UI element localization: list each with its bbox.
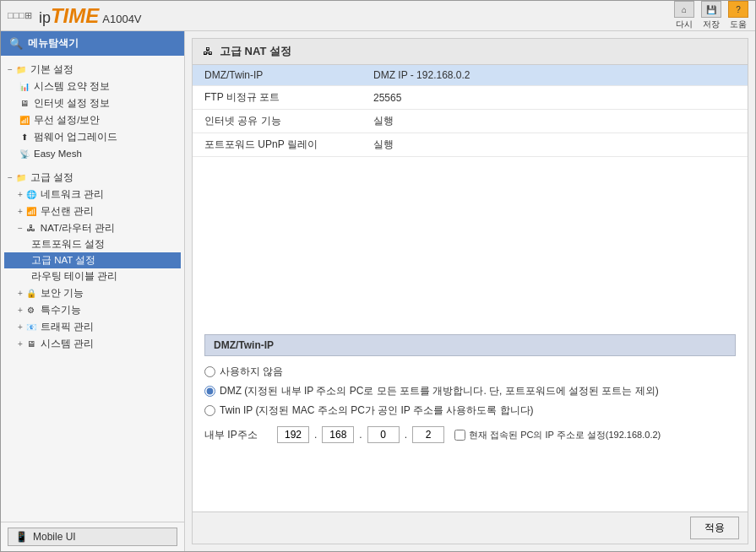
tree-label: 보안 기능 — [41, 287, 84, 300]
current-ip-label[interactable]: 현재 접속된 PC의 IP 주소로 설정(192.168.0.2) — [454, 429, 661, 441]
sidebar-item-basic-settings[interactable]: − 📁 기본 설정 — [4, 61, 181, 78]
app-logo: ipTIME A1004V — [39, 4, 142, 28]
content-area: 🖧 고급 NAT 설정 DMZ/Twin-IP DMZ IP - 192.168… — [185, 31, 755, 551]
panel-icon: 🖧 — [201, 45, 215, 58]
table-cell-label: FTP 비정규 포트 — [193, 86, 362, 110]
radio-twin-ip-input[interactable] — [204, 405, 215, 416]
sidebar-item-internet-settings[interactable]: 🖥 인터넷 설정 정보 — [4, 95, 181, 111]
sidebar-item-special[interactable]: + ⚙ 특수기능 — [4, 301, 181, 318]
sidebar-item-wireless-mgmt[interactable]: + 📶 무선랜 관리 — [4, 203, 181, 219]
folder-icon: 📁 — [14, 62, 28, 76]
table-cell-label: DMZ/Twin-IP — [193, 65, 362, 86]
network-icon: 🌐 — [24, 187, 38, 201]
nat-icon: 🖧 — [24, 221, 38, 235]
table-cell-label: 인터넷 공유 기능 — [193, 110, 362, 133]
expand-icon: + — [18, 207, 23, 216]
sidebar-item-advanced-nat[interactable]: 고급 NAT 설정 — [4, 252, 181, 268]
radio-label: DMZ (지정된 내부 IP 주소의 PC로 모든 포트를 개방합니다. 단, … — [220, 384, 659, 398]
help-icon: ? — [728, 1, 748, 18]
table-row: DMZ/Twin-IP DMZ IP - 192.168.0.2 — [193, 65, 748, 86]
sidebar-item-traffic-mgmt[interactable]: + 📧 트래픽 관리 — [4, 318, 181, 335]
table-row: 인터넷 공유 기능 실행 — [193, 110, 748, 133]
table-cell-value: 실행 — [362, 133, 748, 157]
ip-octet-1[interactable] — [277, 426, 309, 443]
expand-icon: − — [8, 65, 13, 74]
wifi-icon: 📶 — [18, 113, 31, 127]
radio-twin-ip[interactable]: Twin IP (지정된 MAC 주소의 PC가 공인 IP 주소를 사용하도록… — [204, 403, 736, 418]
radio-label: 사용하지 않음 — [220, 365, 283, 379]
sidebar-item-wireless-security[interactable]: 📶 무선 설정/보안 — [4, 111, 181, 128]
panel-title: 고급 NAT 설정 — [220, 44, 291, 59]
tree-label: 고급 NAT 설정 — [31, 254, 95, 267]
chart-icon: 📊 — [18, 79, 31, 93]
tree-label: 펌웨어 업그레이드 — [34, 131, 117, 143]
sidebar-item-security[interactable]: + 🔒 보안 기능 — [4, 284, 181, 301]
expand-icon: − — [18, 224, 23, 233]
ip-octet-3[interactable] — [367, 426, 400, 443]
tree-label: 기본 설정 — [30, 63, 73, 76]
expand-icon: + — [18, 322, 23, 332]
apply-button[interactable]: 적용 — [690, 517, 739, 539]
sidebar-item-advanced-settings[interactable]: − 📁 고급 설정 — [4, 169, 181, 186]
table-cell-label: 포트포워드 UPnP 릴레이 — [193, 133, 362, 157]
tree-label: 트래픽 관리 — [41, 321, 94, 333]
sidebar-header: 🔍 메뉴탐색기 — [1, 31, 184, 56]
help-button[interactable]: ? 도움 — [728, 1, 748, 30]
bottom-bar: 적용 — [193, 511, 748, 544]
tree-label: NAT/라우터 관리 — [41, 222, 116, 235]
current-ip-text: 현재 접속된 PC의 IP 주소로 설정(192.168.0.2) — [469, 429, 661, 441]
monitor-icon: 🖥 — [18, 96, 31, 110]
upgrade-icon: ⬆ — [18, 130, 31, 143]
table-cell-value: DMZ IP - 192.168.0.2 — [362, 65, 748, 86]
tree-label: 특수기능 — [41, 304, 81, 317]
radio-no-use-input[interactable] — [204, 366, 215, 377]
ip-row: 내부 IP주소 . . . 현재 접속된 PC의 IP 주소로 설정(192.1… — [204, 426, 736, 443]
radio-dmz-input[interactable] — [204, 386, 215, 397]
sidebar-item-firmware[interactable]: ⬆ 펌웨어 업그레이드 — [4, 128, 181, 145]
tree-label: 인터넷 설정 정보 — [34, 97, 110, 110]
sidebar-item-routing-table[interactable]: 라우팅 테이블 관리 — [4, 268, 181, 284]
expand-icon: + — [18, 190, 23, 199]
table-cell-value: 25565 — [362, 86, 748, 110]
main-layout: 🔍 메뉴탐색기 − 📁 기본 설정 📊 시스템 요약 정보 🖥 인터넷 설정 정… — [1, 31, 755, 551]
ip-octet-2[interactable] — [322, 426, 354, 443]
logo-time: TIME — [51, 4, 99, 28]
table-row: FTP 비정규 포트 25565 — [193, 86, 748, 110]
radio-dmz[interactable]: DMZ (지정된 내부 IP 주소의 PC로 모든 포트를 개방합니다. 단, … — [204, 384, 736, 398]
traffic-icon: 📧 — [24, 320, 38, 333]
sidebar-item-portforward[interactable]: 포트포워드 설정 — [4, 236, 181, 252]
sidebar-item-network-mgmt[interactable]: + 🌐 네트워크 관리 — [4, 186, 181, 203]
ip-octet-4[interactable] — [412, 426, 444, 443]
table-cell-value: 실행 — [362, 110, 748, 133]
radio-no-use[interactable]: 사용하지 않음 — [204, 365, 736, 379]
tree-label: 시스템 요약 정보 — [34, 80, 110, 93]
logo-ip: ip — [39, 9, 51, 27]
content-panel: 🖧 고급 NAT 설정 DMZ/Twin-IP DMZ IP - 192.168… — [192, 38, 748, 544]
sidebar-item-system-summary[interactable]: 📊 시스템 요약 정보 — [4, 78, 181, 95]
tree-label: 고급 설정 — [30, 171, 73, 184]
sidebar-item-system-mgmt[interactable]: + 🖥 시스템 관리 — [4, 335, 181, 352]
settings-table: DMZ/Twin-IP DMZ IP - 192.168.0.2 FTP 비정규… — [193, 65, 748, 157]
mobile-icon: 📱 — [15, 531, 28, 543]
save-icon: 💾 — [701, 1, 721, 18]
sidebar-tree: − 📁 기본 설정 📊 시스템 요약 정보 🖥 인터넷 설정 정보 📶 무선 설… — [1, 56, 184, 522]
mobile-ui-button[interactable]: 📱 Mobile UI — [8, 528, 177, 546]
refresh-button[interactable]: ⌂ 다시 — [674, 1, 694, 30]
table-row: 포트포워드 UPnP 릴레이 실행 — [193, 133, 748, 157]
tree-label: Easy Mesh — [34, 149, 82, 159]
logo-model: A1004V — [102, 13, 141, 25]
sidebar-item-nat-router[interactable]: − 🖧 NAT/라우터 관리 — [4, 219, 181, 236]
dmz-section: DMZ/Twin-IP 사용하지 않음 DMZ (지정된 내부 IP 주소의 P… — [193, 324, 748, 511]
expand-icon: + — [18, 289, 23, 298]
current-ip-checkbox[interactable] — [454, 430, 465, 441]
expand-icon: − — [8, 173, 13, 182]
panel-header: 🖧 고급 NAT 설정 — [193, 39, 748, 65]
search-icon: 🔍 — [9, 37, 23, 50]
save-button[interactable]: 💾 저장 — [701, 1, 721, 30]
sidebar-item-easy-mesh[interactable]: 📡 Easy Mesh — [4, 145, 181, 162]
tree-label: 무선랜 관리 — [41, 205, 94, 218]
tree-label: 시스템 관리 — [41, 338, 94, 350]
tree-label: 무선 설정/보안 — [34, 114, 100, 127]
expand-icon: + — [18, 339, 23, 349]
radio-group: 사용하지 않음 DMZ (지정된 내부 IP 주소의 PC로 모든 포트를 개방… — [204, 365, 736, 418]
